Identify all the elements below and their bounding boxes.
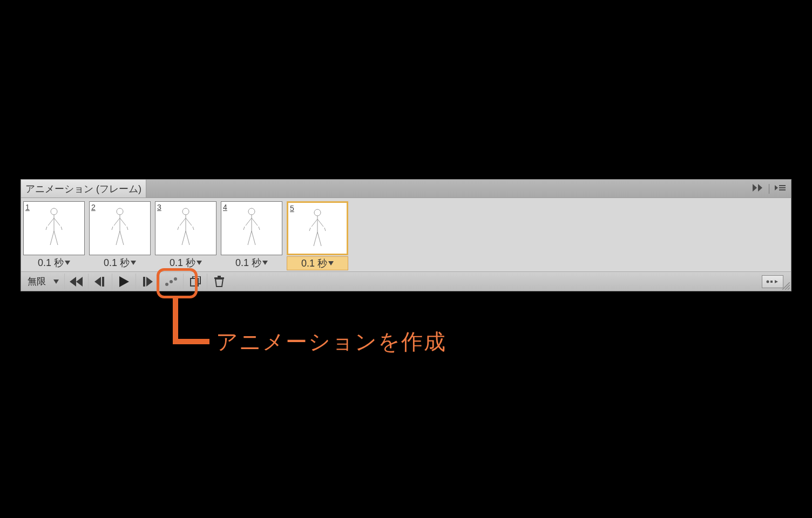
svg-rect-17 xyxy=(770,281,773,283)
duplicate-frame-button[interactable] xyxy=(183,274,207,290)
frame-delay-dropdown[interactable]: 0.1 秒 xyxy=(155,256,216,269)
svg-rect-1 xyxy=(779,187,786,188)
fast-forward-icon[interactable] xyxy=(753,184,763,194)
delete-frame-button[interactable] xyxy=(207,274,231,290)
frame-number: 1 xyxy=(25,203,30,212)
frame-thumbnail[interactable]: 3 0.1 秒 xyxy=(155,201,216,271)
frame-content-icon xyxy=(107,206,132,250)
svg-rect-0 xyxy=(779,185,786,186)
frame-delay-value: 0.1 秒 xyxy=(301,257,327,270)
next-frame-button[interactable] xyxy=(136,274,159,290)
frame-thumb[interactable]: 3 xyxy=(155,201,216,255)
dropdown-arrow-icon xyxy=(131,261,136,265)
frame-delay-dropdown[interactable]: 0.1 秒 xyxy=(221,256,282,269)
dropdown-arrow-icon xyxy=(262,261,268,265)
dropdown-arrow-icon xyxy=(197,261,202,265)
frame-number: 3 xyxy=(157,203,161,212)
prev-frame-button[interactable] xyxy=(88,274,112,290)
animation-panel: アニメーション (フレーム) 1 xyxy=(21,179,791,291)
svg-rect-14 xyxy=(214,277,224,279)
frame-delay-dropdown[interactable]: 0.1 秒 xyxy=(287,256,348,270)
dropdown-arrow-icon xyxy=(53,280,59,284)
frame-thumbnail[interactable]: 2 0.1 秒 xyxy=(89,201,151,271)
panel-menu-icon[interactable] xyxy=(775,184,786,194)
frame-delay-dropdown[interactable]: 0.1 秒 xyxy=(23,256,85,269)
svg-point-7 xyxy=(314,209,321,216)
svg-point-12 xyxy=(174,277,177,281)
frame-thumb[interactable]: 4 xyxy=(221,201,282,255)
play-button[interactable] xyxy=(112,274,136,290)
dropdown-arrow-icon xyxy=(328,261,334,265)
tween-button[interactable] xyxy=(159,274,183,290)
frame-delay-value: 0.1 秒 xyxy=(170,256,195,269)
panel-header-controls xyxy=(753,180,791,197)
frame-thumb[interactable]: 1 xyxy=(23,201,85,255)
svg-rect-13 xyxy=(191,278,198,286)
frame-thumb[interactable]: 5 xyxy=(287,201,348,255)
frame-content-icon xyxy=(305,207,330,251)
svg-rect-8 xyxy=(102,277,104,287)
callout-label: アニメーションを作成 xyxy=(216,327,446,357)
svg-point-5 xyxy=(182,208,189,215)
frames-row: 1 0.1 秒 2 0.1 秒 3 xyxy=(21,198,791,271)
panel-tab-animation[interactable]: アニメーション (フレーム) xyxy=(21,180,146,197)
frame-number: 4 xyxy=(223,203,227,212)
svg-point-11 xyxy=(170,280,173,283)
frame-delay-value: 0.1 秒 xyxy=(38,256,64,269)
panel-header: アニメーション (フレーム) xyxy=(21,180,791,198)
divider-icon xyxy=(769,184,769,194)
loop-label: 無限 xyxy=(28,275,46,288)
first-frame-button[interactable] xyxy=(64,274,88,290)
svg-point-3 xyxy=(51,208,57,215)
svg-rect-9 xyxy=(143,277,145,287)
timeline-options-icon[interactable] xyxy=(762,275,783,288)
panel-header-spacer xyxy=(146,180,753,197)
svg-point-6 xyxy=(248,208,255,215)
svg-rect-15 xyxy=(218,276,221,277)
callout-connector-vertical xyxy=(173,298,178,344)
frame-content-icon xyxy=(42,206,66,250)
loop-dropdown[interactable]: 無限 xyxy=(24,275,64,288)
svg-point-4 xyxy=(117,208,123,215)
frame-delay-value: 0.1 秒 xyxy=(104,256,130,269)
frame-number: 2 xyxy=(91,203,96,212)
frame-thumbnail[interactable]: 5 0.1 秒 xyxy=(287,201,348,271)
svg-point-16 xyxy=(767,280,769,283)
frame-thumbnail[interactable]: 1 0.1 秒 xyxy=(23,201,85,271)
panel-title: アニメーション (フレーム) xyxy=(25,182,141,195)
frame-thumb[interactable]: 2 xyxy=(89,201,151,255)
frame-content-icon xyxy=(173,206,198,250)
frame-thumbnail[interactable]: 4 0.1 秒 xyxy=(221,201,282,271)
frame-delay-dropdown[interactable]: 0.1 秒 xyxy=(89,256,151,269)
dropdown-arrow-icon xyxy=(65,261,70,265)
controls-row: 無限 xyxy=(21,271,791,291)
svg-rect-2 xyxy=(779,189,786,190)
svg-point-10 xyxy=(165,283,168,286)
frame-content-icon xyxy=(239,206,264,250)
frame-delay-value: 0.1 秒 xyxy=(235,256,261,269)
frame-number: 5 xyxy=(290,204,294,213)
resize-handle-icon[interactable] xyxy=(782,282,790,290)
callout-connector-horizontal xyxy=(173,339,209,344)
